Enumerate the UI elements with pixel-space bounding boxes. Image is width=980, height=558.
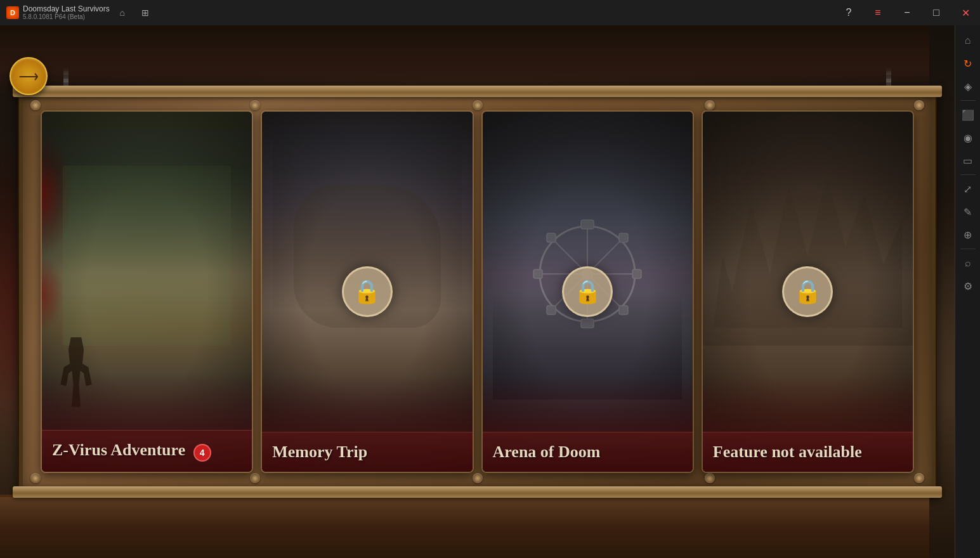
card-4-lock-overlay: 🔒 [782,266,833,317]
back-arrow-icon: ⟵ [18,66,39,87]
bolt-bottom-left [30,473,41,483]
bolt-top-3 [705,100,715,110]
card-4-bottom-fade [703,373,913,437]
restore-button[interactable]: □ [922,0,951,25]
cards-container: Z-Virus Adventure 4 🔒 Memory Trip [36,105,919,478]
bolt-top-2 [473,100,483,110]
help-button[interactable]: ? [834,0,863,25]
sidebar-refresh-icon[interactable]: ↻ [958,53,978,74]
sidebar-edit-icon[interactable]: ✎ [958,202,978,222]
card-2-lock-icon: 🔒 [353,278,381,305]
bolt-bottom-2 [473,473,483,483]
bolt-bottom-3 [705,473,715,483]
card-3-lock-overlay: 🔒 [562,266,613,317]
card-1-badge: 4 [193,444,211,462]
card-2-label: Memory Trip [262,432,472,472]
sidebar-resize-icon[interactable]: ⤢ [958,179,978,199]
grid-nav-icon[interactable]: ⊞ [138,5,153,20]
back-button[interactable]: ⟵ [10,57,48,95]
metal-bar-top [13,86,942,97]
game-area: ⟵ [0,25,955,558]
title-bar: D Doomsday Last Survivors 5.8.0.1081 P64… [0,0,980,25]
card-memory-trip[interactable]: 🔒 Memory Trip [261,110,473,473]
card-3-title: Arena of Doom [493,443,601,461]
sidebar-search-icon[interactable]: ⌕ [958,253,978,273]
top-area [0,25,929,95]
card-z-virus[interactable]: Z-Virus Adventure 4 [41,110,253,473]
card-2-lock-overlay: 🔒 [342,266,393,317]
card-3-atmosphere [483,112,693,292]
sidebar-gamepad-icon[interactable]: ⊕ [958,224,978,245]
card-4-title: Feature not available [713,443,862,461]
card-3-label: Arena of Doom [483,432,693,472]
close-button[interactable]: ✕ [951,0,980,25]
card-1-title: Z-Virus Adventure [52,441,185,459]
card-1-atmosphere [42,112,252,292]
bolt-top-left [30,100,41,110]
bottom-panel [0,495,929,558]
card-1-label: Z-Virus Adventure 4 [42,430,252,472]
sidebar-divider-3 [960,249,976,249]
bolt-bottom-1 [250,473,260,483]
window-controls: ? ≡ − □ ✕ [834,0,980,25]
sidebar-settings-icon[interactable]: ◈ [958,76,978,96]
card-2-bottom-fade [262,373,472,437]
menu-button[interactable]: ≡ [863,0,892,25]
card-3-lock-icon: 🔒 [573,278,602,305]
card-4-atmosphere [703,112,913,292]
card-1-bottom-fade [42,373,252,437]
card-4-label: Feature not available [703,432,913,472]
sidebar-home-icon[interactable]: ⌂ [958,30,978,51]
app-name: Doomsday Last Survivors 5.8.0.1081 P64 (… [23,4,110,21]
right-sidebar: ⌂ ↻ ◈ ⬛ ◉ ▭ ⤢ ✎ ⊕ ⌕ ⚙ [955,25,980,558]
card-2-title: Memory Trip [272,443,367,461]
card-arena-doom[interactable]: 🔒 Arena of Doom [481,110,694,473]
minimize-button[interactable]: − [892,0,922,25]
card-4-lock-icon: 🔒 [794,278,822,305]
card-2-atmosphere [262,112,472,292]
bolt-bottom-right [914,473,924,483]
sidebar-folder-icon[interactable]: ▭ [958,150,978,171]
sidebar-config-icon[interactable]: ⚙ [958,276,978,296]
card-feature-unavailable[interactable]: 🔒 Feature not available [702,110,914,473]
app-icon: D [6,6,19,19]
sidebar-screenshot-icon[interactable]: ⬛ [958,105,978,125]
sidebar-divider-2 [960,174,976,175]
title-bar-nav: ⌂ ⊞ [115,5,153,20]
bolt-top-right [914,100,924,110]
sidebar-divider-1 [960,100,976,101]
sidebar-camera-icon[interactable]: ◉ [958,127,978,148]
metal-bar-bottom [13,486,942,498]
home-nav-icon[interactable]: ⌂ [115,5,130,20]
card-3-bottom-fade [483,373,693,437]
wooden-board: Z-Virus Adventure 4 🔒 Memory Trip [19,89,936,495]
